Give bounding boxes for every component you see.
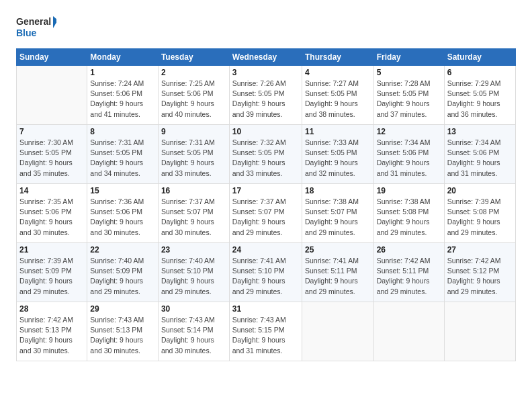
calendar-cell: 7Sunrise: 7:30 AMSunset: 5:05 PMDaylight… — [17, 125, 87, 184]
calendar-cell: 29Sunrise: 7:43 AMSunset: 5:13 PMDayligh… — [87, 302, 159, 361]
day-number: 18 — [305, 186, 371, 195]
logo-svg: General Blue — [16, 13, 56, 39]
day-number: 2 — [161, 68, 226, 77]
day-info: Sunrise: 7:35 AMSunset: 5:06 PMDaylight:… — [19, 197, 84, 238]
day-number: 25 — [305, 245, 371, 255]
day-info: Sunrise: 7:25 AMSunset: 5:06 PMDaylight:… — [161, 79, 226, 120]
day-number: 26 — [377, 245, 441, 255]
day-info: Sunrise: 7:31 AMSunset: 5:05 PMDaylight:… — [90, 138, 155, 179]
day-info: Sunrise: 7:36 AMSunset: 5:06 PMDaylight:… — [90, 197, 155, 238]
day-number: 20 — [447, 186, 513, 195]
logo: General Blue — [16, 13, 56, 39]
calendar-cell: 2Sunrise: 7:25 AMSunset: 5:06 PMDaylight… — [158, 66, 229, 125]
calendar-cell — [444, 302, 515, 361]
day-info: Sunrise: 7:41 AMSunset: 5:10 PMDaylight:… — [232, 256, 299, 297]
day-info: Sunrise: 7:29 AMSunset: 5:05 PMDaylight:… — [447, 79, 513, 120]
calendar-week-5: 28Sunrise: 7:42 AMSunset: 5:13 PMDayligh… — [17, 302, 516, 361]
day-info: Sunrise: 7:34 AMSunset: 5:06 PMDaylight:… — [377, 138, 441, 179]
calendar-cell: 25Sunrise: 7:41 AMSunset: 5:11 PMDayligh… — [302, 243, 373, 302]
calendar-cell: 30Sunrise: 7:43 AMSunset: 5:14 PMDayligh… — [158, 302, 229, 361]
day-info: Sunrise: 7:26 AMSunset: 5:05 PMDaylight:… — [232, 79, 299, 120]
day-number: 22 — [90, 245, 155, 255]
calendar-cell: 6Sunrise: 7:29 AMSunset: 5:05 PMDaylight… — [444, 66, 515, 125]
day-info: Sunrise: 7:30 AMSunset: 5:05 PMDaylight:… — [19, 138, 84, 179]
calendar-cell: 22Sunrise: 7:40 AMSunset: 5:09 PMDayligh… — [87, 243, 159, 302]
day-number: 10 — [232, 127, 299, 136]
calendar-cell: 19Sunrise: 7:38 AMSunset: 5:08 PMDayligh… — [373, 184, 444, 243]
header: General Blue — [16, 13, 516, 39]
day-info: Sunrise: 7:42 AMSunset: 5:12 PMDaylight:… — [447, 256, 513, 297]
day-number: 4 — [305, 68, 371, 77]
col-header-wednesday: Wednesday — [229, 49, 302, 66]
calendar-week-3: 14Sunrise: 7:35 AMSunset: 5:06 PMDayligh… — [17, 184, 516, 243]
day-number: 11 — [305, 127, 371, 136]
day-number: 30 — [161, 304, 226, 314]
svg-text:Blue: Blue — [16, 28, 37, 38]
day-info: Sunrise: 7:43 AMSunset: 5:13 PMDaylight:… — [90, 315, 155, 356]
calendar-cell: 15Sunrise: 7:36 AMSunset: 5:06 PMDayligh… — [87, 184, 159, 243]
day-info: Sunrise: 7:39 AMSunset: 5:08 PMDaylight:… — [447, 197, 513, 238]
day-info: Sunrise: 7:39 AMSunset: 5:09 PMDaylight:… — [19, 256, 84, 297]
calendar-cell: 17Sunrise: 7:37 AMSunset: 5:07 PMDayligh… — [229, 184, 302, 243]
day-info: Sunrise: 7:40 AMSunset: 5:09 PMDaylight:… — [90, 256, 155, 297]
calendar-cell: 3Sunrise: 7:26 AMSunset: 5:05 PMDaylight… — [229, 66, 302, 125]
calendar-week-2: 7Sunrise: 7:30 AMSunset: 5:05 PMDaylight… — [17, 125, 516, 184]
calendar-cell: 18Sunrise: 7:38 AMSunset: 5:07 PMDayligh… — [302, 184, 373, 243]
calendar-cell — [302, 302, 373, 361]
calendar-cell: 24Sunrise: 7:41 AMSunset: 5:10 PMDayligh… — [229, 243, 302, 302]
calendar-cell: 27Sunrise: 7:42 AMSunset: 5:12 PMDayligh… — [444, 243, 515, 302]
day-number: 23 — [161, 245, 226, 255]
calendar-cell: 31Sunrise: 7:43 AMSunset: 5:15 PMDayligh… — [229, 302, 302, 361]
calendar-cell — [17, 66, 87, 125]
day-number: 19 — [377, 186, 441, 195]
day-info: Sunrise: 7:40 AMSunset: 5:10 PMDaylight:… — [161, 256, 226, 297]
day-info: Sunrise: 7:28 AMSunset: 5:05 PMDaylight:… — [377, 79, 441, 120]
calendar-cell: 14Sunrise: 7:35 AMSunset: 5:06 PMDayligh… — [17, 184, 87, 243]
calendar-cell: 13Sunrise: 7:34 AMSunset: 5:06 PMDayligh… — [444, 125, 515, 184]
day-number: 28 — [19, 304, 84, 314]
day-info: Sunrise: 7:42 AMSunset: 5:13 PMDaylight:… — [19, 315, 84, 356]
col-header-saturday: Saturday — [444, 49, 515, 66]
day-info: Sunrise: 7:38 AMSunset: 5:08 PMDaylight:… — [377, 197, 441, 238]
day-number: 1 — [90, 68, 155, 77]
day-number: 14 — [19, 186, 84, 195]
calendar-cell: 5Sunrise: 7:28 AMSunset: 5:05 PMDaylight… — [373, 66, 444, 125]
col-header-tuesday: Tuesday — [158, 49, 229, 66]
calendar-cell: 26Sunrise: 7:42 AMSunset: 5:11 PMDayligh… — [373, 243, 444, 302]
day-number: 7 — [19, 127, 84, 136]
day-info: Sunrise: 7:27 AMSunset: 5:05 PMDaylight:… — [305, 79, 371, 120]
day-info: Sunrise: 7:43 AMSunset: 5:15 PMDaylight:… — [232, 315, 299, 356]
col-header-thursday: Thursday — [302, 49, 373, 66]
calendar-cell: 23Sunrise: 7:40 AMSunset: 5:10 PMDayligh… — [158, 243, 229, 302]
day-info: Sunrise: 7:41 AMSunset: 5:11 PMDaylight:… — [305, 256, 371, 297]
day-number: 31 — [232, 304, 299, 314]
day-number: 5 — [377, 68, 441, 77]
day-number: 29 — [90, 304, 155, 314]
day-number: 16 — [161, 186, 226, 195]
day-number: 13 — [447, 127, 513, 136]
calendar-cell: 8Sunrise: 7:31 AMSunset: 5:05 PMDaylight… — [87, 125, 159, 184]
day-info: Sunrise: 7:31 AMSunset: 5:05 PMDaylight:… — [161, 138, 226, 179]
day-number: 8 — [90, 127, 155, 136]
calendar-cell: 16Sunrise: 7:37 AMSunset: 5:07 PMDayligh… — [158, 184, 229, 243]
calendar-cell: 11Sunrise: 7:33 AMSunset: 5:05 PMDayligh… — [302, 125, 373, 184]
day-info: Sunrise: 7:38 AMSunset: 5:07 PMDaylight:… — [305, 197, 371, 238]
calendar-cell: 12Sunrise: 7:34 AMSunset: 5:06 PMDayligh… — [373, 125, 444, 184]
day-info: Sunrise: 7:33 AMSunset: 5:05 PMDaylight:… — [305, 138, 371, 179]
svg-marker-2 — [53, 16, 56, 28]
day-info: Sunrise: 7:43 AMSunset: 5:14 PMDaylight:… — [161, 315, 226, 356]
calendar-cell: 1Sunrise: 7:24 AMSunset: 5:06 PMDaylight… — [87, 66, 159, 125]
calendar-cell: 9Sunrise: 7:31 AMSunset: 5:05 PMDaylight… — [158, 125, 229, 184]
day-number: 12 — [377, 127, 441, 136]
day-info: Sunrise: 7:42 AMSunset: 5:11 PMDaylight:… — [377, 256, 441, 297]
calendar-cell: 20Sunrise: 7:39 AMSunset: 5:08 PMDayligh… — [444, 184, 515, 243]
day-number: 9 — [161, 127, 226, 136]
calendar-week-4: 21Sunrise: 7:39 AMSunset: 5:09 PMDayligh… — [17, 243, 516, 302]
col-header-friday: Friday — [373, 49, 444, 66]
day-number: 21 — [19, 245, 84, 255]
calendar-cell — [373, 302, 444, 361]
calendar-week-1: 1Sunrise: 7:24 AMSunset: 5:06 PMDaylight… — [17, 66, 516, 125]
day-number: 17 — [232, 186, 299, 195]
day-info: Sunrise: 7:37 AMSunset: 5:07 PMDaylight:… — [161, 197, 226, 238]
day-number: 6 — [447, 68, 513, 77]
